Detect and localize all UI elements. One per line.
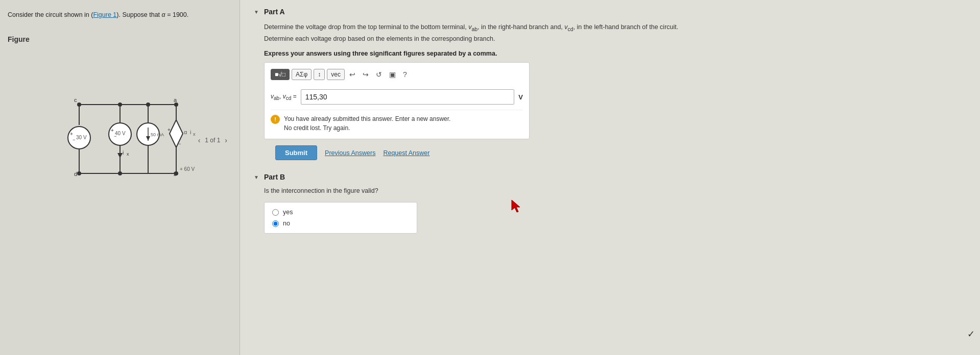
- right-panel: ▼ Part A Determine the voltage drop from…: [240, 0, 980, 355]
- part-a-description: Determine the voltage drop from the top …: [264, 22, 698, 44]
- svg-text:−: −: [73, 137, 75, 142]
- figure-link[interactable]: Figure 1: [93, 11, 116, 18]
- info-text: You have already submitted this answer. …: [284, 114, 450, 133]
- svg-text:+: +: [111, 128, 114, 133]
- svg-text:+ 60 V: + 60 V: [180, 166, 195, 172]
- submit-button[interactable]: Submit: [275, 145, 317, 160]
- format-btn-2[interactable]: ΑΣφ: [292, 69, 312, 80]
- format-btn-3[interactable]: ↕: [314, 69, 325, 80]
- format-btn-vec[interactable]: vec: [327, 69, 345, 80]
- radio-no-label: no: [283, 220, 290, 227]
- refresh-button[interactable]: ↺: [373, 69, 385, 80]
- svg-text:30 V: 30 V: [76, 135, 87, 140]
- express-text: Express your answers using three signifi…: [264, 50, 967, 57]
- svg-text:i: i: [123, 150, 124, 156]
- part-b-content: Is the interconnection in the figure val…: [253, 187, 967, 234]
- var-label: vab, vcd =: [271, 93, 297, 101]
- svg-point-24: [77, 103, 81, 107]
- part-b-description: Is the interconnection in the figure val…: [264, 187, 967, 194]
- answer-box: ■√□ ΑΣφ ↕ vec ↩ ↪ ↺ ▣ ? vab, vcd = V: [264, 62, 530, 139]
- info-message: ! You have already submitted this answer…: [271, 110, 523, 133]
- help-button[interactable]: ?: [400, 69, 410, 80]
- svg-text:−: −: [178, 141, 181, 146]
- redo-button[interactable]: ↪: [360, 69, 371, 80]
- undo-button[interactable]: ↩: [347, 69, 358, 80]
- previous-answers-button[interactable]: Previous Answers: [325, 149, 375, 157]
- radio-option-yes: yes: [272, 209, 409, 216]
- radio-no[interactable]: [272, 220, 279, 227]
- part-a-content: Determine the voltage drop from the top …: [253, 22, 967, 160]
- svg-text:d: d: [74, 171, 77, 177]
- svg-text:+: +: [70, 131, 73, 137]
- part-b-toggle[interactable]: ▼: [253, 173, 260, 181]
- radio-yes[interactable]: [272, 209, 279, 216]
- problem-text: Consider the circuit shown in (Figure 1)…: [8, 10, 232, 20]
- svg-text:i: i: [190, 129, 191, 135]
- svg-point-27: [77, 171, 81, 175]
- part-a-toggle[interactable]: ▼: [253, 8, 260, 15]
- svg-text:a: a: [174, 97, 177, 103]
- svg-text:c: c: [74, 97, 77, 103]
- svg-marker-18: [117, 153, 123, 158]
- svg-text:50 mA: 50 mA: [151, 132, 164, 137]
- radio-yes-label: yes: [283, 209, 293, 216]
- svg-point-48: [146, 103, 150, 107]
- circuit-svg: c a d b + − 30 V + − 40 V: [36, 59, 204, 191]
- part-a-title: Part A: [264, 8, 285, 16]
- toolbar: ■√□ ΑΣφ ↕ vec ↩ ↪ ↺ ▣ ?: [271, 69, 523, 84]
- format-btn-1[interactable]: ■√□: [271, 69, 290, 80]
- radio-option-no: no: [272, 220, 409, 227]
- part-a-header: ▼ Part A: [253, 8, 967, 16]
- input-row: vab, vcd = V: [271, 89, 523, 105]
- checkmark-indicator: ✓: [967, 328, 975, 340]
- request-answer-button[interactable]: Request Answer: [383, 149, 429, 157]
- circuit-diagram: c a d b + − 30 V + − 40 V: [8, 59, 232, 201]
- svg-text:40 V: 40 V: [115, 131, 126, 136]
- info-icon: !: [271, 115, 280, 124]
- image-button[interactable]: ▣: [387, 69, 398, 80]
- answer-input[interactable]: [301, 89, 515, 105]
- svg-text:+: +: [168, 127, 171, 133]
- unit-label: V: [518, 93, 523, 101]
- svg-text:x: x: [127, 151, 129, 157]
- part-b-section: ▼ Part B Is the interconnection in the f…: [253, 173, 967, 234]
- part-b-header: ▼ Part B: [253, 173, 967, 181]
- figure-label: Figure: [8, 35, 30, 43]
- left-panel: Consider the circuit shown in (Figure 1)…: [0, 0, 240, 355]
- part-b-title: Part B: [264, 173, 285, 181]
- svg-text:x: x: [193, 132, 196, 137]
- svg-text:α: α: [184, 129, 187, 135]
- radio-box: yes no: [264, 202, 417, 234]
- action-row: Submit Previous Answers Request Answer: [264, 145, 967, 160]
- part-a-section: ▼ Part A Determine the voltage drop from…: [253, 8, 967, 160]
